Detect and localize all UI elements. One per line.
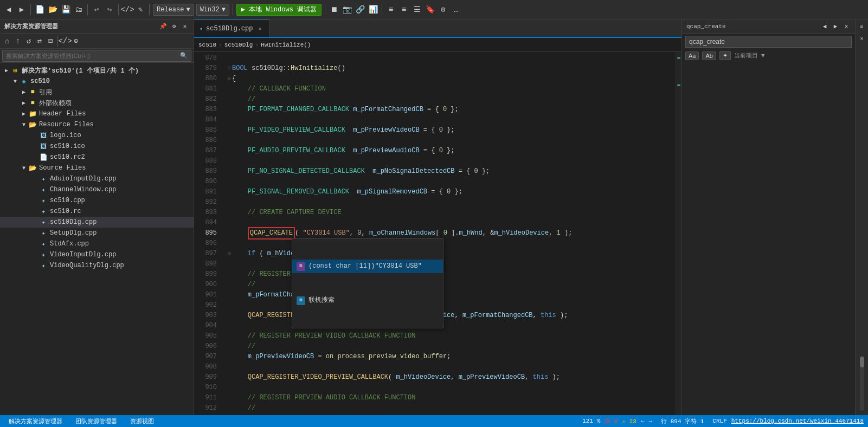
ref-icon: ■ bbox=[28, 88, 37, 96]
sidebar-item-channel-window[interactable]: ✦ ChannelWindow.cpp bbox=[0, 184, 194, 195]
sidebar-item-logo-ico[interactable]: ▶ 🖼 logo.ico bbox=[0, 130, 194, 141]
tree-solution[interactable]: ▶ ⊞ 解决方案'sc510'(1 个项目/共 1 个) bbox=[0, 65, 194, 76]
tab-sc510dlg[interactable]: ✦ sc510Dlg.cpp ✕ bbox=[194, 20, 269, 37]
search-input[interactable] bbox=[6, 53, 180, 59]
platform-label: Win32 bbox=[200, 6, 220, 14]
warning-count: ⚠ 23 bbox=[622, 418, 636, 425]
properties-icon[interactable]: ≡ bbox=[857, 22, 867, 31]
undo-icon[interactable]: ↩ bbox=[91, 4, 102, 15]
search-opt-scope-btn[interactable]: ✦ bbox=[719, 51, 731, 60]
sidebar-item-sc510-rc2[interactable]: ▶ 📄 sc510.rc2 bbox=[0, 152, 194, 163]
sidebar-item-videoquality[interactable]: ✦ VideoQualityDlg.cpp bbox=[0, 260, 194, 271]
align-right-icon[interactable]: ≡ bbox=[398, 4, 409, 15]
breadcrumb-sc510dlg[interactable]: sc510Dlg bbox=[224, 42, 253, 48]
autocomplete-item-0[interactable]: m (const char [11])"CY3014 USB" bbox=[292, 260, 443, 273]
run-button[interactable]: ▶ 本地 Windows 调试器 bbox=[236, 4, 322, 16]
nav-forward-btn[interactable]: → bbox=[649, 418, 653, 424]
sidebar-item-sc510-rc[interactable]: ✦ sc510.rc bbox=[0, 206, 194, 217]
breadcrumb-sc510[interactable]: sc510 bbox=[198, 42, 216, 48]
collapse-all-icon[interactable]: ⊟ bbox=[46, 36, 55, 46]
bottom-tab-resource[interactable]: 资源视图 bbox=[126, 416, 158, 426]
right-scroll-thumb[interactable] bbox=[860, 357, 864, 367]
perf-icon[interactable]: 📊 bbox=[368, 4, 378, 15]
code-content[interactable]: ⊟ BOOL sc510Dlg::HwInitialize() ⊟ { ⊟ //… bbox=[222, 52, 675, 415]
open-icon[interactable]: 📂 bbox=[47, 4, 58, 15]
search-scope-dropdown[interactable]: ▼ bbox=[761, 53, 765, 59]
num-891: 0 bbox=[447, 187, 451, 197]
tab-close-btn[interactable]: ✕ bbox=[256, 25, 263, 33]
search-panel-find-prev[interactable]: ◀ bbox=[820, 22, 829, 31]
bottom-tab-solution[interactable]: 解决方案资源管理器 bbox=[4, 416, 67, 426]
sidebar-settings-icon[interactable]: ⚙ bbox=[170, 22, 178, 31]
list-icon[interactable]: ☰ bbox=[412, 4, 422, 15]
code-view-icon[interactable]: </> bbox=[60, 36, 70, 46]
fold-879[interactable]: ⊟ bbox=[227, 63, 232, 74]
csdn-link[interactable]: https://blog.csdn.net/weixin_44671418 bbox=[731, 418, 864, 424]
align-left-icon[interactable]: ≡ bbox=[385, 4, 396, 15]
right-scrollbar[interactable] bbox=[860, 357, 864, 411]
code-line-909: QCAP_REGISTER_VIDEO_PREVIEW_CALLBACK( m_… bbox=[227, 372, 675, 383]
release-dropdown[interactable]: Release ▼ bbox=[153, 4, 194, 16]
back-icon[interactable]: ◀ bbox=[3, 4, 14, 15]
forward-icon[interactable]: ▶ bbox=[16, 4, 27, 15]
search-panel-close[interactable]: ✕ bbox=[842, 22, 851, 31]
stop-icon[interactable]: ⏹ bbox=[329, 4, 339, 15]
sidebar-item-videoinput[interactable]: ✦ VideoInputDlg.cpp bbox=[0, 249, 194, 260]
attach-icon[interactable]: 🔗 bbox=[355, 4, 365, 15]
sidebar-item-sc510-cpp[interactable]: ✦ sc510.cpp bbox=[0, 195, 194, 206]
properties-close[interactable]: ✕ bbox=[857, 34, 867, 43]
sidebar-item-header-files[interactable]: ▶ 📁 Header Files bbox=[0, 108, 194, 119]
refresh-icon[interactable]: ↺ bbox=[24, 36, 34, 46]
search-panel-input[interactable] bbox=[685, 36, 852, 48]
snapshot-icon[interactable]: 📷 bbox=[342, 4, 352, 15]
code-line-892 bbox=[227, 197, 675, 208]
resource-arrow: ▼ bbox=[20, 120, 28, 129]
fold-880[interactable]: ⊟ bbox=[227, 74, 232, 84]
comment-882: // bbox=[248, 94, 255, 105]
main-layout: 解决方案资源管理器 📌 ⚙ ✕ ⌂ ↑ ↺ ⇄ ⊟ </> ⊙ 🔍 bbox=[0, 20, 868, 415]
separator-4 bbox=[149, 4, 150, 15]
search-opt-case[interactable]: Aa bbox=[685, 51, 699, 60]
sidebar-item-setup[interactable]: ✦ SetupDlg.cpp bbox=[0, 228, 194, 238]
ac-icon-1: m bbox=[297, 296, 305, 305]
search-opt-word[interactable]: Ab bbox=[702, 51, 716, 60]
type-883: PF_FORMAT_CHANGED_CALLBACK bbox=[248, 105, 349, 115]
save-all-icon[interactable]: 🗂 bbox=[73, 4, 84, 15]
platform-dropdown[interactable]: Win32 ▼ bbox=[196, 4, 229, 16]
home-icon[interactable]: ⌂ bbox=[2, 36, 12, 46]
bottom-tab-team[interactable]: 团队资源管理器 bbox=[71, 416, 121, 426]
sidebar-item-audio-input[interactable]: ✦ AduioInputDlg.cpp bbox=[0, 173, 194, 184]
sidebar-item-references[interactable]: ▶ ■ 引用 bbox=[0, 87, 194, 98]
search-panel-find-next[interactable]: ▶ bbox=[831, 22, 840, 31]
up-icon[interactable]: ↑ bbox=[13, 36, 23, 46]
code-line-881: ⊟ // CALLBACK FUNCTION bbox=[227, 84, 675, 94]
sync-icon[interactable]: ⇄ bbox=[35, 36, 44, 46]
nav-back-btn[interactable]: ← bbox=[641, 418, 645, 424]
fold-897[interactable]: ⊟ bbox=[227, 249, 232, 259]
breadcrumb-hwinitialize[interactable]: HwInitialize() bbox=[261, 42, 311, 48]
autocomplete-item-1[interactable]: m 联机搜索 bbox=[292, 294, 443, 307]
sidebar-item-sc510-ico[interactable]: ▶ 🖼 sc510.ico bbox=[0, 141, 194, 152]
sidebar-item-stdafx[interactable]: ✦ StdAfx.cpp bbox=[0, 238, 194, 249]
cursor-icon[interactable]: ✎ bbox=[135, 4, 146, 15]
close-sidebar-icon[interactable]: ✕ bbox=[181, 22, 189, 31]
save-icon[interactable]: 💾 bbox=[60, 4, 71, 15]
solution-arrow: ▶ bbox=[2, 66, 11, 75]
search-bar[interactable]: 🔍 bbox=[2, 50, 191, 62]
bookmark-icon[interactable]: 🔖 bbox=[425, 4, 435, 15]
sidebar-item-external[interactable]: ▶ ■ 外部依赖项 bbox=[0, 98, 194, 108]
tree-project[interactable]: ▼ ◈ sc510 bbox=[0, 76, 194, 87]
zoom-level[interactable]: 121 % bbox=[582, 418, 600, 424]
code-icon[interactable]: </> bbox=[122, 4, 133, 15]
new-icon[interactable]: 📄 bbox=[34, 4, 45, 15]
autocomplete-popup[interactable]: m (const char [11])"CY3014 USB" m 联机搜索 bbox=[292, 238, 443, 328]
debug-icon[interactable]: ⚙ bbox=[438, 4, 448, 15]
sidebar-item-source-files[interactable]: ▼ 📂 Source Files bbox=[0, 163, 194, 173]
filter-icon[interactable]: ⊙ bbox=[71, 36, 81, 46]
sidebar-item-resource-files[interactable]: ▼ 📂 Resource Files bbox=[0, 119, 194, 130]
sc510dlg-icon: ✦ bbox=[39, 218, 48, 227]
sidebar-item-sc510dlg-cpp[interactable]: ✦ sc510Dlg.cpp bbox=[0, 217, 194, 228]
more-icon[interactable]: … bbox=[451, 4, 461, 15]
pin-icon[interactable]: 📌 bbox=[159, 22, 168, 31]
redo-icon[interactable]: ↪ bbox=[104, 4, 115, 15]
